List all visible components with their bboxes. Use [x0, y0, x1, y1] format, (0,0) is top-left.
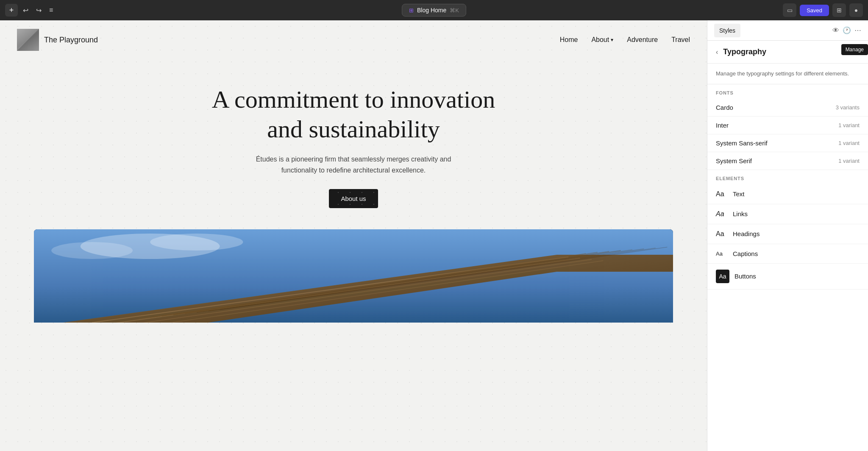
font-name-cardo: Cardo: [716, 104, 836, 111]
styles-tab[interactable]: Styles: [714, 24, 740, 37]
right-panel: Styles 👁 🕐 ⋯ ‹ Typography Manage Manage …: [707, 20, 868, 451]
preview-nav: The Playground Home About ▾ Adventure Tr…: [0, 20, 707, 59]
font-name-system-serif: System Serif: [716, 157, 838, 164]
hero-cta-button[interactable]: About us: [329, 189, 378, 208]
element-aa-buttons: Aa: [716, 270, 729, 283]
page-name: Blog Home: [417, 7, 446, 14]
manage-tooltip: Manage: [841, 44, 868, 55]
panel-tabs: Styles 👁 🕐 ⋯: [707, 20, 868, 41]
font-variants-inter: 1 variant: [838, 122, 860, 128]
element-aa-links: Aa: [716, 210, 728, 218]
element-label-headings: Headings: [733, 230, 760, 237]
website-preview: The Playground Home About ▾ Adventure Tr…: [0, 20, 707, 451]
logo-image: [17, 29, 39, 51]
nav-link-about[interactable]: About ▾: [591, 36, 613, 44]
share-button[interactable]: ⊞: [832, 3, 846, 17]
element-label-buttons: Buttons: [734, 273, 756, 280]
nav-links: Home About ▾ Adventure Travel: [560, 36, 690, 44]
panel-tab-icons: 👁 🕐 ⋯: [832, 26, 861, 34]
element-aa-text: Aa: [716, 190, 728, 198]
toolbar-left: + ↩ ↪ ≡: [5, 4, 56, 17]
add-button[interactable]: +: [5, 4, 18, 17]
toolbar: + ↩ ↪ ≡ ⊞ Blog Home ⌘K ▭ Saved ⊞ ●: [0, 0, 868, 20]
page-icon: ⊞: [409, 7, 414, 14]
more-icon[interactable]: ⋯: [854, 26, 861, 34]
font-variants-cardo: 3 variants: [836, 104, 860, 111]
element-aa-captions: Aa: [716, 251, 728, 257]
font-row-inter[interactable]: Inter 1 variant: [707, 117, 868, 134]
element-row-text[interactable]: Aa Text: [707, 184, 868, 204]
font-name-inter: Inter: [716, 122, 838, 129]
font-variants-system-serif: 1 variant: [838, 158, 860, 164]
nav-link-about-label: About: [591, 36, 609, 44]
shortcut: ⌘K: [450, 7, 459, 14]
typography-title: Typography: [723, 47, 766, 56]
undo-button[interactable]: ↩: [20, 4, 31, 17]
toolbar-center: ⊞ Blog Home ⌘K: [402, 4, 466, 17]
typography-header: ‹ Typography Manage: [707, 41, 868, 64]
svg-point-3: [51, 242, 133, 259]
canvas: The Playground Home About ▾ Adventure Tr…: [0, 20, 707, 451]
preview-image: [34, 229, 673, 323]
font-row-system-serif[interactable]: System Serif 1 variant: [707, 152, 868, 170]
svg-point-2: [150, 234, 243, 251]
font-variants-system-sans: 1 variant: [838, 140, 860, 146]
typography-description: Manage the typography settings for diffe…: [707, 64, 868, 84]
architectural-lines-svg: [34, 229, 673, 323]
toolbar-right: ▭ Saved ⊞ ●: [783, 3, 863, 17]
nav-link-home[interactable]: Home: [560, 36, 578, 44]
device-toggle-button[interactable]: ▭: [783, 3, 796, 17]
chevron-down-icon: ▾: [611, 37, 613, 43]
element-row-links[interactable]: Aa Links: [707, 204, 868, 224]
nav-brand: The Playground: [44, 36, 98, 45]
architectural-image: [34, 229, 673, 323]
nav-link-adventure-label: Adventure: [627, 36, 658, 44]
menu-button[interactable]: ≡: [47, 4, 56, 17]
element-label-text: Text: [733, 190, 745, 198]
element-row-captions[interactable]: Aa Captions: [707, 244, 868, 264]
nav-link-travel-label: Travel: [671, 36, 690, 44]
nav-logo: The Playground: [17, 29, 98, 51]
hero-section: A commitment to innovation and sustainab…: [0, 59, 707, 229]
preview-icon[interactable]: 👁: [832, 27, 839, 34]
element-label-links: Links: [733, 210, 748, 217]
element-row-headings[interactable]: Aa Headings: [707, 224, 868, 244]
element-label-captions: Captions: [733, 250, 758, 257]
font-row-system-sans[interactable]: System Sans-serif 1 variant: [707, 134, 868, 152]
font-row-cardo[interactable]: Cardo 3 variants: [707, 99, 868, 117]
fonts-section-label: FONTS: [707, 84, 868, 99]
elements-section-label: ELEMENTS: [707, 170, 868, 184]
nav-link-travel[interactable]: Travel: [671, 36, 690, 44]
nav-link-adventure[interactable]: Adventure: [627, 36, 658, 44]
page-selector[interactable]: ⊞ Blog Home ⌘K: [402, 4, 466, 17]
saved-button[interactable]: Saved: [800, 5, 829, 16]
hero-title: A commitment to innovation and sustainab…: [205, 85, 502, 144]
element-row-buttons[interactable]: Aa Buttons: [707, 264, 868, 290]
redo-button[interactable]: ↪: [33, 4, 44, 17]
avatar-button[interactable]: ●: [849, 3, 863, 17]
history-icon[interactable]: 🕐: [843, 26, 851, 34]
nav-link-home-label: Home: [560, 36, 578, 44]
font-name-system-sans: System Sans-serif: [716, 139, 838, 147]
element-aa-headings: Aa: [716, 230, 728, 238]
hero-subtitle: Études is a pioneering firm that seamles…: [248, 154, 459, 175]
back-button[interactable]: ‹: [716, 48, 718, 56]
main-area: The Playground Home About ▾ Adventure Tr…: [0, 20, 868, 451]
